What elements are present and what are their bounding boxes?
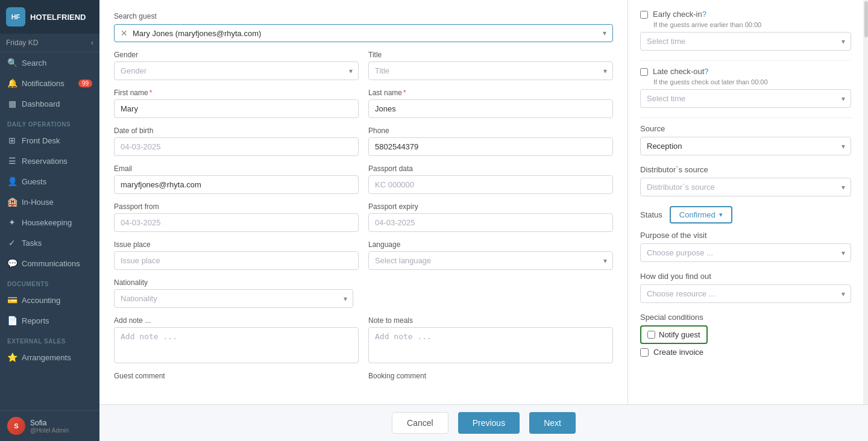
late-checkout-help-icon[interactable]: ? bbox=[704, 67, 708, 76]
dob-label: Date of birth bbox=[114, 127, 359, 135]
sidebar-item-communications[interactable]: 💬 Communications bbox=[0, 253, 99, 274]
create-invoice-checkbox[interactable] bbox=[640, 348, 649, 357]
language-label: Language bbox=[368, 240, 613, 249]
late-checkout-time-wrapper: Select time bbox=[640, 89, 851, 108]
arrangements-icon: ⭐ bbox=[7, 352, 17, 362]
sidebar-item-label: Arrangements bbox=[22, 353, 71, 362]
sidebar-item-housekeeping[interactable]: ✦ Housekeeping bbox=[0, 212, 99, 233]
chevron-down-icon[interactable]: ▾ bbox=[603, 29, 606, 37]
gender-select[interactable]: Gender Male Female Other bbox=[114, 61, 359, 80]
search-icon: 🔍 bbox=[7, 58, 17, 67]
divider-1 bbox=[640, 60, 851, 61]
sidebar: HF HOTELFRIEND Friday KD ‹ 🔍 Search 🔔 No… bbox=[0, 0, 99, 441]
language-select[interactable]: Select language English German French bbox=[368, 251, 613, 270]
sidebar-item-label: Accounting bbox=[22, 296, 60, 305]
issue-place-input[interactable] bbox=[114, 251, 359, 270]
status-confirmed-button[interactable]: Confirmed bbox=[670, 206, 732, 224]
previous-button[interactable]: Previous bbox=[458, 412, 520, 434]
sidebar-item-in-house[interactable]: 🏨 In-House bbox=[0, 192, 99, 212]
booking-comment-group: Booking comment bbox=[368, 372, 613, 380]
accounting-icon: 💳 bbox=[7, 295, 17, 305]
notify-guest-box: Notify guest bbox=[640, 325, 708, 344]
source-label: Source bbox=[640, 124, 851, 133]
scrollbar[interactable] bbox=[863, 0, 868, 404]
phone-label: Phone bbox=[368, 127, 613, 135]
passport-data-group: Passport data bbox=[368, 164, 613, 194]
sidebar-item-reservations[interactable]: ☰ Reservations bbox=[0, 151, 99, 171]
passport-from-input[interactable] bbox=[114, 213, 359, 232]
sidebar-user-section[interactable]: Friday KD ‹ bbox=[0, 34, 99, 52]
purpose-select[interactable]: Choose purpose ... Business Leisure bbox=[640, 243, 851, 262]
passport-data-input[interactable] bbox=[368, 175, 613, 194]
create-invoice-label: Create invoice bbox=[653, 348, 703, 357]
early-checkin-time-select[interactable]: Select time bbox=[640, 32, 851, 51]
sidebar-item-tasks[interactable]: ✓ Tasks bbox=[0, 233, 99, 253]
sidebar-item-arrangements[interactable]: ⭐ Arrangements bbox=[0, 347, 99, 367]
sidebar-item-label: Reservations bbox=[22, 157, 68, 166]
passport-expiry-input[interactable] bbox=[368, 213, 613, 232]
bell-icon: 🔔 bbox=[7, 78, 17, 88]
early-checkin-help-icon[interactable]: ? bbox=[702, 10, 706, 19]
in-house-icon: 🏨 bbox=[7, 197, 17, 207]
dob-phone-row: Date of birth Phone bbox=[114, 127, 613, 156]
first-name-input[interactable] bbox=[114, 99, 359, 118]
last-name-input[interactable] bbox=[368, 99, 613, 118]
phone-input[interactable] bbox=[368, 137, 613, 156]
distributor-source-wrapper: Distributor`s source bbox=[640, 178, 851, 196]
special-conditions-section: Special conditions Notify guest Create i… bbox=[640, 313, 851, 357]
late-checkout-label: Late check-out bbox=[653, 67, 704, 76]
early-checkin-checkbox[interactable] bbox=[640, 11, 648, 19]
note-meals-textarea[interactable] bbox=[368, 327, 613, 363]
dob-group: Date of birth bbox=[114, 127, 359, 156]
sidebar-item-label: Reports bbox=[22, 316, 49, 325]
avatar-name: Sofia bbox=[30, 419, 69, 427]
early-checkin-desc: If the guests arrive earlier than 00:00 bbox=[653, 21, 851, 28]
late-checkout-time-select[interactable]: Select time bbox=[640, 89, 851, 108]
purpose-section: Purpose of the visit Choose purpose ... … bbox=[640, 231, 851, 262]
gender-title-row: Gender Gender Male Female Other Title bbox=[114, 51, 613, 80]
source-select[interactable]: Reception Online Phone bbox=[640, 137, 851, 155]
booking-comment-label: Booking comment bbox=[368, 372, 613, 380]
gender-label: Gender bbox=[114, 51, 359, 59]
clear-guest-button[interactable]: ✕ bbox=[121, 28, 128, 38]
how-find-select-wrapper: Choose resource ... Internet Friend bbox=[640, 284, 851, 303]
sidebar-item-search[interactable]: 🔍 Search bbox=[0, 52, 99, 73]
title-select[interactable]: Title Mr Mrs Ms bbox=[368, 61, 613, 80]
sidebar-item-label: Tasks bbox=[22, 239, 42, 248]
late-checkout-checkbox[interactable] bbox=[640, 68, 648, 76]
nationality-select[interactable]: Nationality American British bbox=[114, 289, 353, 308]
language-select-wrapper: Select language English German French bbox=[368, 251, 613, 270]
purpose-label: Purpose of the visit bbox=[640, 231, 851, 240]
passport-data-label: Passport data bbox=[368, 164, 613, 173]
sidebar-item-guests[interactable]: 👤 Guests bbox=[0, 171, 99, 192]
add-note-textarea[interactable] bbox=[114, 327, 359, 363]
notify-guest-checkbox[interactable] bbox=[647, 331, 655, 339]
sidebar-item-label: Guests bbox=[22, 177, 46, 186]
sidebar-item-accounting[interactable]: 💳 Accounting bbox=[0, 290, 99, 310]
sidebar-item-label: Dashboard bbox=[22, 99, 60, 108]
issue-language-row: Issue place Language Select language Eng… bbox=[114, 240, 613, 270]
sidebar-item-reports[interactable]: 📄 Reports bbox=[0, 310, 99, 331]
late-checkout-desc: If the guests check out later than 00:00 bbox=[653, 78, 851, 86]
sidebar-logo: HF HOTELFRIEND bbox=[0, 0, 99, 34]
late-checkout-section: Late check-out ? If the guests check out… bbox=[640, 67, 851, 108]
sidebar-item-front-desk[interactable]: ⊞ Front Desk bbox=[0, 130, 99, 151]
passport-dates-row: Passport from Passport expiry bbox=[114, 202, 613, 232]
dob-input[interactable] bbox=[114, 137, 359, 156]
how-find-select[interactable]: Choose resource ... Internet Friend bbox=[640, 284, 851, 303]
gender-select-wrapper: Gender Male Female Other bbox=[114, 61, 359, 80]
sidebar-collapse-icon[interactable]: ‹ bbox=[91, 39, 93, 47]
search-guest-field[interactable]: ✕ Mary Jones (maryfjones@rhyta.com) ▾ bbox=[114, 24, 613, 42]
note-meals-label: Note to meals bbox=[368, 316, 613, 325]
notify-guest-label: Notify guest bbox=[659, 330, 700, 339]
sidebar-item-dashboard[interactable]: ▦ Dashboard bbox=[0, 93, 99, 114]
early-checkin-time-wrapper: Select time bbox=[640, 32, 851, 51]
sidebar-item-notifications[interactable]: 🔔 Notifications 99 bbox=[0, 73, 99, 93]
logo-text: HOTELFRIEND bbox=[30, 13, 86, 22]
issue-place-label: Issue place bbox=[114, 240, 359, 249]
next-button[interactable]: Next bbox=[529, 412, 576, 434]
distributor-source-select[interactable]: Distributor`s source bbox=[640, 178, 851, 196]
email-input[interactable] bbox=[114, 175, 359, 194]
cancel-button[interactable]: Cancel bbox=[392, 412, 448, 434]
first-name-group: First name* bbox=[114, 89, 359, 118]
